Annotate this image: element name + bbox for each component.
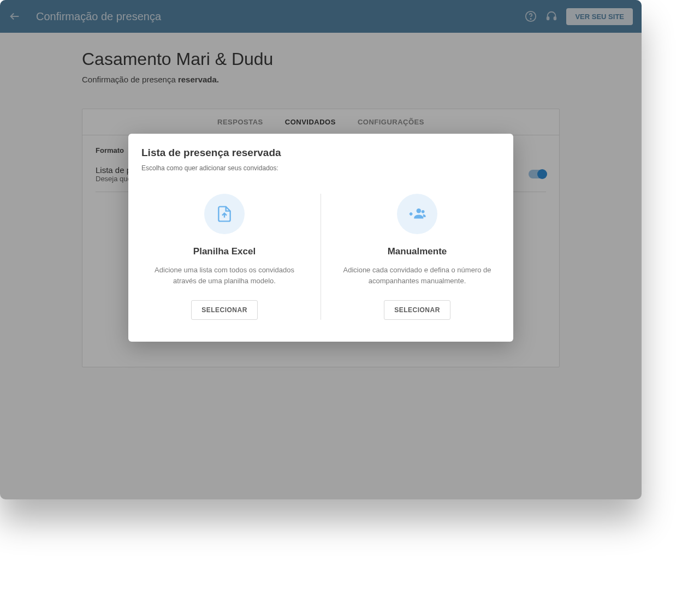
option-excel-title: Planilha Excel: [193, 246, 256, 257]
modal-title: Lista de presença reservada: [141, 147, 500, 159]
app-frame: Confirmação de presença VER SEU SITE Cas…: [0, 0, 642, 499]
add-people-icon: [397, 194, 437, 234]
modal-header: Lista de presença reservada Escolha como…: [128, 147, 513, 172]
option-manual-desc: Adicione cada convidado e defina o númer…: [343, 265, 491, 286]
option-manual-title: Manualmente: [388, 246, 447, 257]
modal-overlay[interactable]: Lista de presença reservada Escolha como…: [0, 0, 642, 499]
select-excel-button[interactable]: SELECIONAR: [191, 300, 258, 320]
option-excel: Planilha Excel Adicione uma lista com to…: [128, 194, 321, 320]
option-manual: Manualmente Adicione cada convidado e de…: [321, 194, 513, 320]
modal-options: Planilha Excel Adicione uma lista com to…: [128, 194, 513, 320]
option-excel-desc: Adicione uma lista com todos os convidad…: [150, 265, 299, 286]
modal-subtitle: Escolha como quer adicionar seus convida…: [141, 164, 500, 172]
select-manual-button[interactable]: SELECIONAR: [384, 300, 450, 320]
svg-point-7: [422, 210, 425, 213]
modal-dialog: Lista de presença reservada Escolha como…: [128, 134, 513, 342]
svg-point-6: [417, 208, 422, 213]
file-upload-icon: [204, 194, 245, 234]
